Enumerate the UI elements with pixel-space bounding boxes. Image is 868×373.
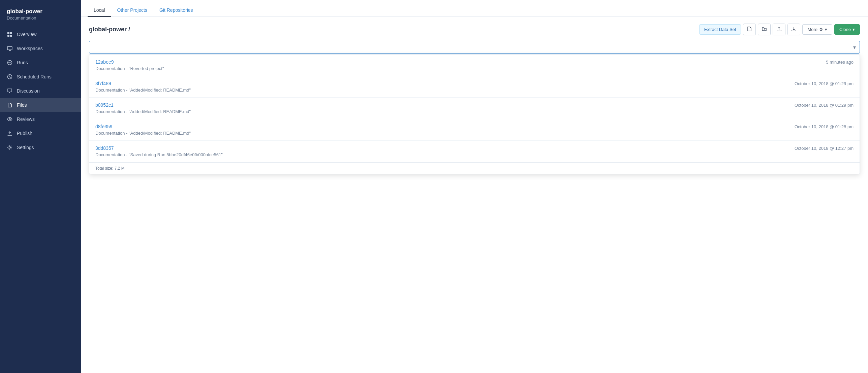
commit-time: October 10, 2018 @ 01:28 pm	[795, 124, 854, 129]
file-icon	[7, 102, 13, 108]
clone-button[interactable]: Clone ▾	[834, 24, 860, 35]
commit-time: 5 minutes ago	[826, 60, 854, 65]
chevron-down-icon: ▾	[825, 27, 827, 32]
folder-upload-button[interactable]	[758, 24, 771, 35]
list-item[interactable]: b0952c1 October 10, 2018 @ 01:29 pm Docu…	[89, 98, 860, 119]
commit-time: October 10, 2018 @ 12:27 pm	[795, 146, 854, 151]
sidebar-item-files[interactable]: Files	[0, 98, 81, 112]
list-item[interactable]: d8fe359 October 10, 2018 @ 01:28 pm Docu…	[89, 119, 860, 141]
sidebar-item-label: Reviews	[17, 116, 35, 122]
sidebar-item-label: Discussion	[17, 88, 40, 94]
commit-time: October 10, 2018 @ 01:29 pm	[795, 103, 854, 108]
upload-icon-toolbar	[776, 26, 782, 33]
folder-upload-icon	[762, 26, 767, 33]
grid-icon	[7, 31, 13, 37]
svg-point-11	[9, 147, 11, 148]
project-type: Documentation	[7, 15, 74, 21]
sidebar-item-label: Files	[17, 102, 27, 108]
chevron-down-icon-clone: ▾	[852, 27, 855, 32]
clock-icon	[7, 74, 13, 80]
commit-hash: b0952c1	[95, 102, 114, 108]
eye-icon	[7, 116, 13, 122]
sidebar: global-power Documentation Overview Work…	[0, 0, 81, 373]
svg-rect-0	[7, 32, 9, 34]
sidebar-item-label: Workspaces	[17, 46, 43, 51]
sidebar-header: global-power Documentation	[0, 5, 81, 27]
commit-description: Documentation - "Added/Modified: README.…	[95, 109, 854, 114]
dropdown-footer: Total size: 7.2 M	[89, 162, 860, 174]
sidebar-item-label: Runs	[17, 60, 28, 65]
download-button[interactable]	[787, 24, 800, 35]
extract-dataset-button[interactable]: Extract Data Set	[699, 24, 741, 35]
tab-git-repositories[interactable]: Git Repositories	[153, 4, 199, 17]
main-content: Local Other Projects Git Repositories gl…	[81, 0, 868, 373]
svg-point-7	[9, 62, 10, 63]
toolbar-actions: Extract Data Set	[699, 24, 860, 35]
search-input[interactable]	[89, 41, 860, 54]
tabs-bar: Local Other Projects Git Repositories	[81, 0, 868, 17]
commit-hash: 12abee9	[95, 59, 114, 65]
dropdown-item-row: 3f7f489 October 10, 2018 @ 01:29 pm	[95, 81, 854, 86]
commit-description: Documentation - "Saved during Run 5bbe20…	[95, 152, 854, 157]
tab-other-projects[interactable]: Other Projects	[111, 4, 153, 17]
svg-point-10	[9, 118, 10, 120]
svg-point-6	[8, 62, 9, 63]
sidebar-nav: Overview Workspaces Runs Scheduled Runs	[0, 27, 81, 373]
dropdown-item-row: 12abee9 5 minutes ago	[95, 59, 854, 65]
chat-icon	[7, 88, 13, 94]
content-area: global-power / Extract Data Set	[81, 17, 868, 373]
toolbar-row: global-power / Extract Data Set	[89, 24, 860, 35]
sidebar-item-settings[interactable]: Settings	[0, 140, 81, 155]
commit-time: October 10, 2018 @ 01:29 pm	[795, 81, 854, 86]
sidebar-item-label: Settings	[17, 145, 34, 150]
svg-rect-2	[7, 35, 9, 37]
svg-rect-1	[10, 32, 12, 34]
commit-hash: 3dd8357	[95, 145, 114, 151]
sidebar-item-reviews[interactable]: Reviews	[0, 112, 81, 126]
file-view-button[interactable]	[743, 24, 756, 35]
svg-point-8	[10, 62, 11, 63]
search-wrapper: ▾ 12abee9 5 minutes ago Documentation - …	[89, 41, 860, 54]
sidebar-item-label: Overview	[17, 32, 36, 37]
sidebar-item-runs[interactable]: Runs	[0, 56, 81, 70]
tab-local[interactable]: Local	[88, 4, 111, 17]
dropdown-item-row: b0952c1 October 10, 2018 @ 01:29 pm	[95, 102, 854, 108]
commit-hash: d8fe359	[95, 124, 113, 129]
clone-label: Clone	[839, 27, 851, 32]
upload-icon	[7, 130, 13, 136]
sidebar-item-scheduled-runs[interactable]: Scheduled Runs	[0, 70, 81, 84]
dropdown-item-row: d8fe359 October 10, 2018 @ 01:28 pm	[95, 124, 854, 129]
commit-description: Documentation - "Reverted project"	[95, 66, 854, 71]
commit-dropdown: 12abee9 5 minutes ago Documentation - "R…	[89, 54, 860, 174]
sidebar-item-overview[interactable]: Overview	[0, 27, 81, 41]
dropdown-item-row: 3dd8357 October 10, 2018 @ 12:27 pm	[95, 145, 854, 151]
sidebar-item-workspaces[interactable]: Workspaces	[0, 41, 81, 56]
svg-rect-4	[7, 46, 12, 50]
list-item[interactable]: 12abee9 5 minutes ago Documentation - "R…	[89, 55, 860, 76]
sidebar-item-label: Scheduled Runs	[17, 74, 52, 79]
commit-description: Documentation - "Added/Modified: README.…	[95, 131, 854, 136]
commit-description: Documentation - "Added/Modified: README.…	[95, 88, 854, 93]
sidebar-item-discussion[interactable]: Discussion	[0, 84, 81, 98]
download-icon	[791, 26, 797, 33]
gear-icon-more: ⚙	[819, 27, 823, 32]
more-label: More	[807, 27, 817, 32]
more-button[interactable]: More ⚙ ▾	[802, 24, 832, 35]
upload-button[interactable]	[773, 24, 785, 35]
svg-rect-3	[10, 35, 12, 37]
breadcrumb: global-power /	[89, 26, 130, 33]
monitor-icon	[7, 45, 13, 52]
extract-dataset-label: Extract Data Set	[704, 27, 736, 32]
circle-dots-icon	[7, 60, 13, 66]
project-name: global-power	[7, 8, 74, 15]
list-item[interactable]: 3dd8357 October 10, 2018 @ 12:27 pm Docu…	[89, 141, 860, 162]
sidebar-item-publish[interactable]: Publish	[0, 126, 81, 140]
list-item[interactable]: 3f7f489 October 10, 2018 @ 01:29 pm Docu…	[89, 76, 860, 98]
commit-hash: 3f7f489	[95, 81, 111, 86]
gear-icon	[7, 144, 13, 150]
file-icon-toolbar	[747, 26, 752, 33]
sidebar-item-label: Publish	[17, 131, 32, 136]
